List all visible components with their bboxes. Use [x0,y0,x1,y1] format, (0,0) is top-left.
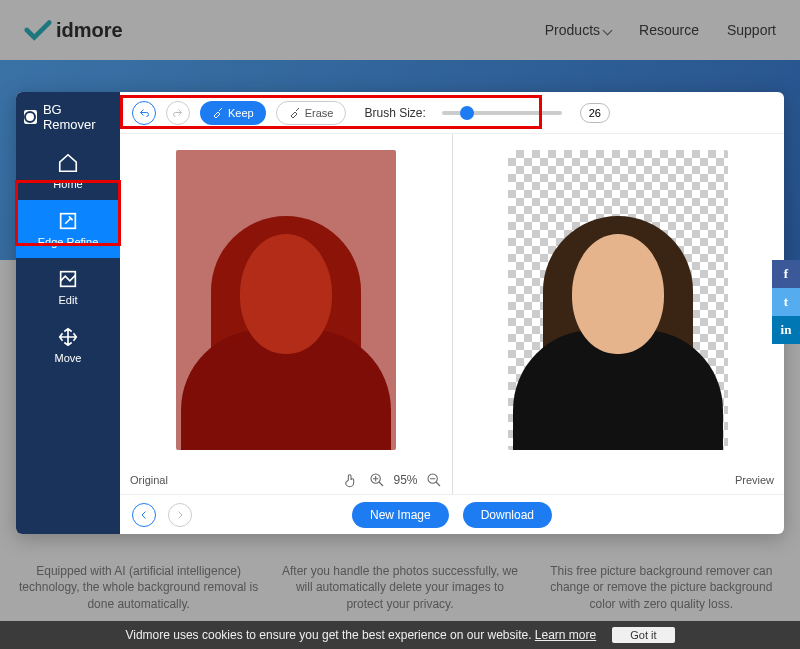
preview-label: Preview [735,474,774,486]
preview-panel: Preview [453,134,785,494]
preview-status-row: Preview [453,466,785,494]
brush-size-value[interactable]: 26 [580,103,610,123]
chevron-right-icon [174,509,186,521]
share-linkedin[interactable]: in [772,316,800,344]
move-icon [57,326,79,348]
edit-icon [57,268,79,290]
chevron-left-icon [138,509,150,521]
editor-sidebar: BG Remover Home Edge Refine Edit Move [16,92,120,534]
app-logo-icon [24,110,37,124]
marketing-col-1: Equipped with AI (artificial intelligenc… [19,563,259,613]
home-icon [57,152,79,174]
hand-tool-icon[interactable] [343,472,359,488]
sidebar-item-move[interactable]: Move [16,316,120,374]
zoom-in-icon[interactable] [369,472,385,488]
bg-remover-editor: BG Remover Home Edge Refine Edit Move Ke… [16,92,784,534]
original-label: Original [130,474,168,486]
zoom-controls: 95% [369,472,441,488]
cookie-banner: Vidmore uses cookies to ensure you get t… [0,621,800,649]
original-image-view[interactable] [120,134,452,466]
annotation-toolbar-highlight [120,95,542,129]
share-facebook[interactable]: f [772,260,800,288]
original-status-row: Original 95% [120,466,452,494]
original-photo [176,150,396,450]
social-rail: f t in [772,260,800,344]
app-title: BG Remover [16,92,120,142]
person-cutout [508,150,728,450]
bottom-actions: New Image Download [120,494,784,534]
image-compare: Original 95% [120,134,784,494]
annotation-sidebar-highlight [15,180,121,246]
cookie-accept-button[interactable]: Got it [612,627,674,643]
next-image-button[interactable] [168,503,192,527]
share-twitter[interactable]: t [772,288,800,316]
new-image-button[interactable]: New Image [352,502,449,528]
marketing-col-2: After you handle the photos successfully… [280,563,520,613]
zoom-out-icon[interactable] [426,472,442,488]
zoom-level: 95% [393,473,417,487]
editor-main: Keep Erase Brush Size: 26 Original [120,92,784,534]
marketing-columns: Equipped with AI (artificial intelligenc… [0,563,800,613]
cookie-learn-more[interactable]: Learn more [535,628,596,642]
sidebar-item-edit[interactable]: Edit [16,258,120,316]
download-button[interactable]: Download [463,502,552,528]
preview-image-view[interactable] [453,134,785,466]
preview-photo [508,150,728,450]
marketing-col-3: This free picture background remover can… [541,563,781,613]
original-panel: Original 95% [120,134,453,494]
prev-image-button[interactable] [132,503,156,527]
